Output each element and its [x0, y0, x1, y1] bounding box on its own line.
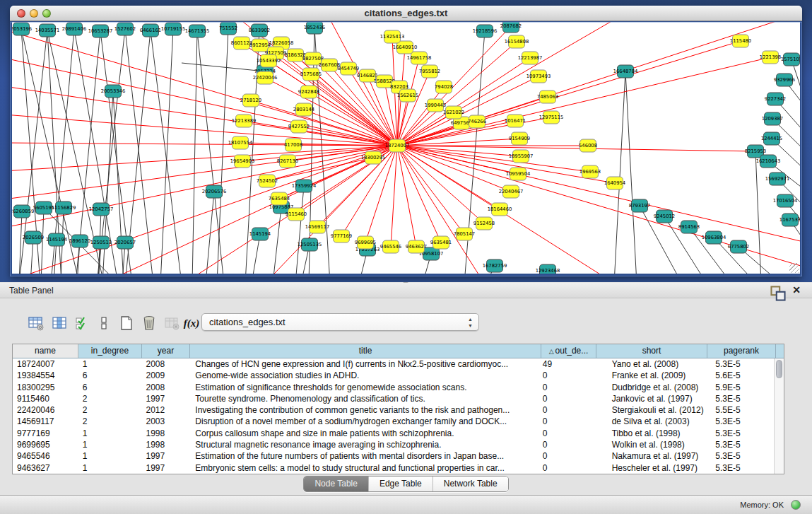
graph-node-label: 14569117: [305, 224, 330, 230]
table-cell: 5.3E-5: [705, 462, 774, 474]
column-header-out_de[interactable]: △out_de...: [541, 344, 596, 358]
table-row[interactable]: 1830029562008Estimation of significance …: [13, 382, 774, 393]
table-cell: 0: [540, 439, 595, 450]
table-mode-icon[interactable]: [27, 314, 45, 332]
table-selector-value: citations_edges.txt: [209, 317, 286, 327]
window-resize-grip[interactable]: [789, 263, 799, 273]
column-header-pagerank[interactable]: pagerank: [707, 344, 776, 358]
table-cell: 1: [78, 450, 142, 462]
table-row[interactable]: 911546021997Tourette syndrome. Phenomeno…: [13, 393, 774, 404]
table-cell: 1: [78, 439, 142, 450]
function-builder-icon[interactable]: f(x): [182, 314, 201, 332]
graph-node-label: 20891406: [62, 26, 87, 32]
graph-node-label: 18724007: [385, 143, 410, 148]
graph-node-label: 18164460: [488, 206, 512, 212]
network-canvas[interactable]: 2053196140355712089140610653287152760264…: [12, 22, 800, 274]
graph-node-label: 10959504: [506, 171, 531, 177]
graph-node-label: 1640954: [604, 180, 625, 186]
table-cell: Changes of HCN gene expression and I(f) …: [189, 358, 540, 370]
graph-node-label: 8454749: [338, 66, 359, 71]
tab-edge-table[interactable]: Edge Table: [369, 477, 433, 491]
table-cell: 2: [78, 404, 142, 416]
table-row[interactable]: 1872400712008Changes of HCN gene express…: [13, 358, 774, 370]
table-cell: 9699695: [13, 439, 78, 450]
graph-node-label: 7635484: [269, 196, 290, 201]
column-header-name[interactable]: name: [13, 344, 78, 358]
float-window-icon[interactable]: [770, 286, 781, 296]
table-row[interactable]: 1938455462009Genome-wide association stu…: [13, 370, 774, 381]
table-cell: 5.6E-5: [705, 370, 774, 381]
graph-node-label: 9465546: [380, 244, 401, 250]
graph-node-label: 8914563: [678, 224, 700, 230]
column-header-year[interactable]: year: [142, 344, 190, 358]
graph-node-label: 14961758: [407, 55, 432, 61]
graph-node-label: 2026509: [23, 235, 44, 240]
black-edge: [625, 71, 637, 274]
tab-node-table[interactable]: Node Table: [304, 477, 369, 491]
table-row[interactable]: 1456911722003Disruption of a novel membe…: [13, 416, 774, 427]
graph-node-label: 1221398: [760, 54, 781, 60]
table-cell: 5.3E-5: [705, 416, 774, 427]
graph-node-label: 16782759: [483, 263, 507, 269]
black-edge: [151, 30, 182, 274]
close-icon[interactable]: ✕: [792, 284, 801, 296]
graph-node-label: 12042757: [89, 206, 114, 212]
memory-status-label: Memory: OK: [740, 501, 784, 509]
red-edge: [397, 146, 484, 223]
table-cell: Structural magnetic resonance image aver…: [189, 439, 540, 450]
network-canvas-svg[interactable]: 2053196140355712089140610653287152760264…: [12, 22, 800, 274]
table-body: 1872400712008Changes of HCN gene express…: [13, 358, 774, 474]
graph-node-label: 8912954: [249, 42, 271, 48]
graph-node-label: 26260859: [12, 209, 34, 214]
memory-status-indicator[interactable]: [791, 500, 801, 510]
graph-node-label: 18955907: [509, 153, 534, 159]
table-selector-dropdown[interactable]: citations_edges.txt ▲▼: [201, 313, 479, 331]
tab-network-table[interactable]: Network Table: [433, 477, 508, 491]
network-view-frame: 2053196140355712089140610653287152760264…: [10, 22, 802, 276]
table-row[interactable]: 977716911998Corpus callosum shape and si…: [13, 428, 774, 439]
table-cell: 0: [540, 450, 595, 462]
graph-node-label: 2020657: [114, 240, 136, 245]
graph-node-label: 7485063: [537, 94, 558, 100]
table-row[interactable]: 946554611997Estimation of the future num…: [13, 450, 774, 462]
graph-node-label: 8793197: [629, 203, 650, 209]
graph-node-label: 1167533: [779, 217, 800, 223]
table-header-row: namein_degreeyeartitle△out_de...shortpag…: [13, 344, 784, 358]
network-window[interactable]: citations_edges.txt 20531961403557120891…: [10, 6, 802, 276]
table-cell: 14569117: [13, 416, 78, 427]
column-header-short[interactable]: short: [596, 344, 707, 358]
graph-node-label: 1016471: [505, 118, 526, 124]
delete-column-icon[interactable]: [140, 314, 158, 332]
delete-table-icon[interactable]: [163, 314, 181, 332]
graph-node-label: 2718120: [240, 98, 261, 103]
scrollbar-thumb[interactable]: [776, 360, 782, 378]
table-cell: Stergiakouli et al. (2012): [595, 404, 706, 416]
create-column-icon[interactable]: [117, 314, 136, 332]
table-cell: Hescheler et al. (1997): [595, 462, 706, 474]
graph-node-label: 1896120: [69, 238, 90, 244]
column-header-title[interactable]: title: [190, 344, 541, 358]
table-cell: 6: [78, 382, 142, 393]
graph-node-label: 10653287: [88, 28, 113, 34]
column-selection-icon[interactable]: [73, 314, 92, 332]
black-edge: [217, 28, 228, 274]
table-cell: Wolkin et al. (1998): [595, 439, 706, 450]
table-row[interactable]: 2242004622012Investigating the contribut…: [13, 404, 774, 416]
window-titlebar[interactable]: citations_edges.txt: [10, 6, 802, 21]
graph-node-label: 9227342: [765, 96, 786, 102]
table-row[interactable]: 969969511998Structural magnetic resonanc…: [13, 439, 774, 450]
graph-node-label: 16648784: [613, 69, 638, 74]
table-toolbar: f(x) citations_edges.txt ▲▼: [0, 298, 812, 342]
vertical-scrollbar[interactable]: [774, 358, 784, 474]
graph-node-label: 9154909: [509, 136, 530, 141]
column-visibility-icon[interactable]: [50, 314, 69, 332]
table-row[interactable]: 946362711997Embryonic stem cells: a mode…: [13, 462, 774, 474]
dropdown-arrows-icon: ▲▼: [467, 316, 473, 329]
column-header-in_degree[interactable]: in_degree: [78, 344, 142, 358]
table-cell: Investigating the contribution of common…: [189, 404, 540, 416]
graph-node-label: 12975115: [539, 115, 564, 120]
table-cell: 49: [540, 358, 595, 370]
row-options-icon[interactable]: [95, 314, 113, 332]
table-panel-title: Table Panel: [9, 286, 54, 296]
graph-node-label: 20053346: [101, 88, 126, 94]
